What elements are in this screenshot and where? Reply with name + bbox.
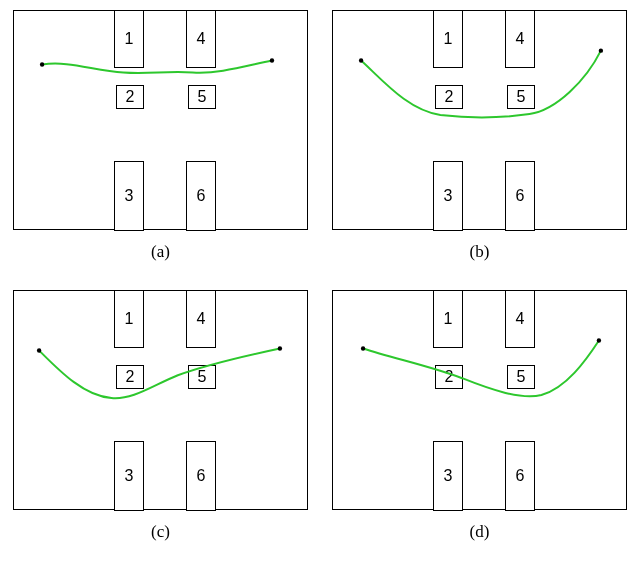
obstacle-3: 3 xyxy=(433,441,463,511)
obstacle-2: 2 xyxy=(435,85,463,109)
obstacle-5: 5 xyxy=(507,85,535,109)
panel-a: 1 4 2 5 3 6 xyxy=(13,10,308,230)
caption-c: (c) xyxy=(151,522,170,542)
cell-c: 1 4 2 5 3 6 (c) xyxy=(10,290,311,542)
obstacle-2: 2 xyxy=(435,365,463,389)
panel-d: 1 4 2 5 3 6 xyxy=(332,290,627,510)
obstacle-4: 4 xyxy=(505,10,535,68)
panel-c: 1 4 2 5 3 6 xyxy=(13,290,308,510)
svg-point-0 xyxy=(40,62,44,66)
obstacle-2: 2 xyxy=(116,85,144,109)
svg-point-7 xyxy=(597,338,601,342)
obstacle-label: 6 xyxy=(516,187,525,205)
caption-d: (d) xyxy=(470,522,490,542)
obstacle-6: 6 xyxy=(505,441,535,511)
svg-point-2 xyxy=(359,58,363,62)
caption-b: (b) xyxy=(470,242,490,262)
obstacle-label: 4 xyxy=(197,310,206,328)
obstacle-label: 6 xyxy=(516,467,525,485)
svg-point-3 xyxy=(599,48,603,52)
obstacle-6: 6 xyxy=(186,161,216,231)
obstacle-6: 6 xyxy=(186,441,216,511)
obstacle-1: 1 xyxy=(114,10,144,68)
obstacle-3: 3 xyxy=(433,161,463,231)
obstacle-label: 3 xyxy=(444,187,453,205)
panel-b: 1 4 2 5 3 6 xyxy=(332,10,627,230)
obstacle-label: 1 xyxy=(444,310,453,328)
thread-b xyxy=(333,11,626,229)
cell-b: 1 4 2 5 3 6 (b) xyxy=(329,10,630,262)
obstacle-label: 2 xyxy=(445,88,454,106)
obstacle-3: 3 xyxy=(114,441,144,511)
obstacle-label: 3 xyxy=(125,187,134,205)
obstacle-label: 2 xyxy=(126,88,135,106)
obstacle-5: 5 xyxy=(188,365,216,389)
obstacle-label: 5 xyxy=(517,368,526,386)
svg-point-4 xyxy=(37,348,41,352)
obstacle-label: 5 xyxy=(198,368,207,386)
obstacle-label: 1 xyxy=(125,30,134,48)
obstacle-5: 5 xyxy=(507,365,535,389)
obstacle-5: 5 xyxy=(188,85,216,109)
obstacle-label: 5 xyxy=(517,88,526,106)
obstacle-4: 4 xyxy=(505,290,535,348)
thread-d xyxy=(333,291,626,509)
obstacle-label: 4 xyxy=(516,30,525,48)
obstacle-label: 6 xyxy=(197,467,206,485)
obstacle-label: 2 xyxy=(445,368,454,386)
obstacle-1: 1 xyxy=(433,10,463,68)
obstacle-label: 1 xyxy=(444,30,453,48)
obstacle-label: 6 xyxy=(197,187,206,205)
obstacle-label: 2 xyxy=(126,368,135,386)
obstacle-3: 3 xyxy=(114,161,144,231)
obstacle-label: 5 xyxy=(198,88,207,106)
obstacle-label: 4 xyxy=(516,310,525,328)
obstacle-2: 2 xyxy=(116,365,144,389)
obstacle-label: 1 xyxy=(125,310,134,328)
svg-point-5 xyxy=(278,346,282,350)
svg-point-6 xyxy=(361,346,365,350)
svg-point-1 xyxy=(270,58,274,62)
obstacle-label: 3 xyxy=(125,467,134,485)
cell-a: 1 4 2 5 3 6 (a) xyxy=(10,10,311,262)
obstacle-4: 4 xyxy=(186,290,216,348)
thread-c xyxy=(14,291,307,509)
figure-grid: 1 4 2 5 3 6 (a) 1 4 2 5 3 6 xyxy=(10,10,630,542)
caption-a: (a) xyxy=(151,242,170,262)
obstacle-label: 3 xyxy=(444,467,453,485)
obstacle-1: 1 xyxy=(433,290,463,348)
obstacle-4: 4 xyxy=(186,10,216,68)
obstacle-label: 4 xyxy=(197,30,206,48)
obstacle-1: 1 xyxy=(114,290,144,348)
thread-a xyxy=(14,11,307,229)
obstacle-6: 6 xyxy=(505,161,535,231)
cell-d: 1 4 2 5 3 6 (d) xyxy=(329,290,630,542)
